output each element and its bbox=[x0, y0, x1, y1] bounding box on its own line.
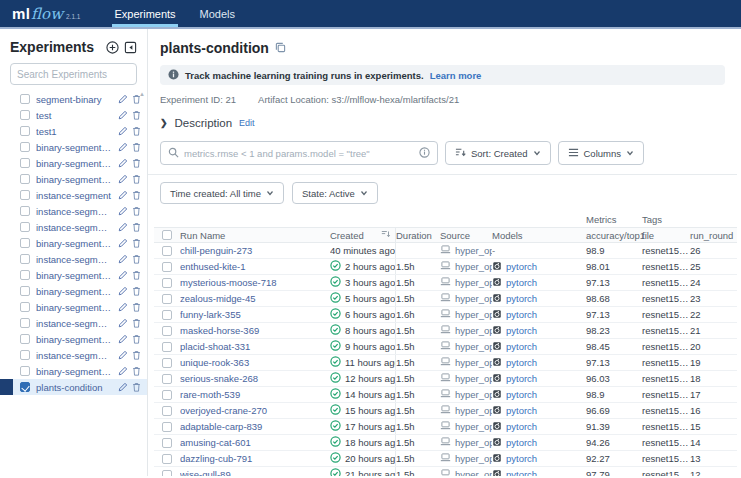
model-link[interactable]: pytorch bbox=[506, 373, 537, 384]
created-value[interactable]: 12 hours ago bbox=[345, 373, 396, 384]
experiment-name[interactable]: binary-segment-V1 bbox=[36, 142, 112, 153]
delete-icon[interactable] bbox=[132, 94, 141, 104]
created-value[interactable]: 17 hours ago bbox=[345, 421, 396, 432]
col-source[interactable]: Source bbox=[440, 230, 492, 241]
experiment-checkbox[interactable] bbox=[20, 142, 30, 152]
run-name-link[interactable]: rare-moth-539 bbox=[180, 389, 240, 400]
col-run-name[interactable]: Run Name bbox=[180, 230, 330, 241]
experiment-checkbox[interactable] bbox=[20, 110, 30, 120]
columns-button[interactable]: Columns bbox=[558, 141, 645, 165]
select-all-checkbox[interactable] bbox=[162, 230, 172, 240]
run-name-link[interactable]: wise-gull-89 bbox=[180, 469, 231, 476]
runs-search-input[interactable] bbox=[184, 148, 414, 159]
experiment-checkbox[interactable] bbox=[20, 222, 30, 232]
experiment-checkbox[interactable] bbox=[20, 366, 30, 376]
experiment-checkbox[interactable] bbox=[20, 286, 30, 296]
sidebar-item-binary-segment-v1[interactable]: binary-segment-V1 bbox=[10, 139, 147, 155]
edit-icon[interactable] bbox=[118, 270, 128, 280]
row-checkbox[interactable] bbox=[162, 342, 172, 352]
run-name-link[interactable]: unique-rook-363 bbox=[180, 357, 249, 368]
sidebar-item-plants-condition[interactable]: plants-condition bbox=[10, 379, 147, 395]
sidebar-item-test[interactable]: test bbox=[10, 107, 147, 123]
delete-icon[interactable] bbox=[132, 270, 141, 280]
sidebar-item-segment-binary[interactable]: segment-binary bbox=[10, 91, 147, 107]
created-value[interactable]: 15 hours ago bbox=[345, 405, 396, 416]
model-link[interactable]: pytorch bbox=[506, 405, 537, 416]
edit-icon[interactable] bbox=[118, 190, 128, 200]
model-link[interactable]: pytorch bbox=[506, 293, 537, 304]
run-name-link[interactable]: enthused-kite-1 bbox=[180, 261, 245, 272]
col-file[interactable]: file bbox=[642, 230, 690, 241]
row-checkbox[interactable] bbox=[162, 358, 172, 368]
sidebar-item-binary-segment-v4[interactable]: binary-segment-V4 bbox=[10, 235, 147, 251]
experiment-checkbox[interactable] bbox=[20, 302, 30, 312]
source-value[interactable]: hyper_op… bbox=[455, 389, 492, 400]
sidebar-item-instance-segment-v3-oasis[interactable]: instance-segment-v3-oasis bbox=[10, 315, 147, 331]
row-checkbox[interactable] bbox=[162, 422, 172, 432]
sidebar-item-binary-segment-v7[interactable]: binary-segment-V7 bbox=[10, 299, 147, 315]
delete-icon[interactable] bbox=[132, 334, 141, 344]
experiment-checkbox[interactable] bbox=[20, 238, 30, 248]
created-value[interactable]: 2 hours ago bbox=[345, 261, 395, 272]
edit-icon[interactable] bbox=[118, 110, 128, 120]
created-value[interactable]: 11 hours ago bbox=[345, 357, 396, 368]
edit-icon[interactable] bbox=[118, 318, 128, 328]
created-value[interactable]: 3 hours ago bbox=[345, 277, 395, 288]
sidebar-item-instance-segment-point[interactable]: instance-segment-Point bbox=[10, 203, 147, 219]
created-value[interactable]: 8 hours ago bbox=[345, 325, 395, 336]
source-value[interactable]: hyper_op… bbox=[455, 405, 492, 416]
created-value[interactable]: 14 hours ago bbox=[345, 389, 396, 400]
run-name-link[interactable]: adaptable-carp-839 bbox=[180, 421, 262, 432]
sidebar-item-binary-segment-v6-igs[interactable]: binary-segment-V6-igs bbox=[10, 283, 147, 299]
delete-icon[interactable] bbox=[132, 382, 141, 392]
col-created[interactable]: Created bbox=[330, 228, 396, 242]
collapse-sidebar-icon[interactable] bbox=[124, 41, 137, 54]
delete-icon[interactable] bbox=[132, 222, 141, 232]
experiment-name[interactable]: binary-segment-V2 bbox=[36, 158, 112, 169]
experiment-name[interactable]: instance-segment-Point bbox=[36, 206, 112, 217]
source-value[interactable]: hyper_op… bbox=[455, 373, 492, 384]
source-value[interactable]: hyper_op… bbox=[455, 309, 492, 320]
experiment-checkbox[interactable] bbox=[20, 334, 30, 344]
run-name-link[interactable]: serious-snake-268 bbox=[180, 373, 258, 384]
search-help-icon[interactable] bbox=[419, 144, 430, 162]
experiment-name[interactable]: instance-segment-v2 bbox=[36, 254, 112, 265]
experiment-checkbox[interactable] bbox=[20, 94, 30, 104]
source-value[interactable]: hyper_op… bbox=[455, 469, 492, 476]
edit-icon[interactable] bbox=[118, 174, 128, 184]
run-name-link[interactable]: funny-lark-355 bbox=[180, 309, 241, 320]
model-link[interactable]: pytorch bbox=[506, 437, 537, 448]
tab-models[interactable]: Models bbox=[188, 0, 247, 27]
tab-experiments[interactable]: Experiments bbox=[102, 0, 187, 27]
mlflow-logo[interactable]: ml flow 2.1.1 bbox=[12, 0, 80, 27]
delete-icon[interactable] bbox=[132, 318, 141, 328]
delete-icon[interactable] bbox=[132, 174, 141, 184]
row-checkbox[interactable] bbox=[162, 310, 172, 320]
delete-icon[interactable] bbox=[132, 142, 141, 152]
created-value[interactable]: 40 minutes ago bbox=[330, 245, 395, 256]
run-name-link[interactable]: zealous-midge-45 bbox=[180, 293, 256, 304]
row-checkbox[interactable] bbox=[162, 406, 172, 416]
edit-icon[interactable] bbox=[118, 238, 128, 248]
experiment-name[interactable]: binary-segment-V4 bbox=[36, 238, 112, 249]
edit-icon[interactable] bbox=[118, 222, 128, 232]
model-link[interactable]: pytorch bbox=[506, 341, 537, 352]
sidebar-item-instance-segment-point-fine-[interactable]: instance-segment-Point-Fine… bbox=[10, 219, 147, 235]
col-run-round[interactable]: run_round bbox=[690, 230, 735, 241]
run-name-link[interactable]: dazzling-cub-791 bbox=[180, 453, 252, 464]
sidebar-item-instance-segment-v2[interactable]: instance-segment-v2 bbox=[10, 251, 147, 267]
experiment-name[interactable]: plants-condition bbox=[36, 382, 112, 393]
row-checkbox[interactable] bbox=[162, 390, 172, 400]
experiment-checkbox[interactable] bbox=[20, 190, 30, 200]
source-value[interactable]: hyper_op… bbox=[455, 325, 492, 336]
edit-icon[interactable] bbox=[118, 158, 128, 168]
edit-icon[interactable] bbox=[118, 302, 128, 312]
edit-icon[interactable] bbox=[118, 126, 128, 136]
sidebar-item-binary-segment-v6[interactable]: binary-segment-V6 bbox=[10, 267, 147, 283]
row-checkbox[interactable] bbox=[162, 262, 172, 272]
created-value[interactable]: 9 hours ago bbox=[345, 341, 395, 352]
edit-icon[interactable] bbox=[118, 142, 128, 152]
col-duration[interactable]: Duration bbox=[396, 230, 440, 241]
row-checkbox[interactable] bbox=[162, 278, 172, 288]
run-name-link[interactable]: mysterious-moose-718 bbox=[180, 277, 277, 288]
